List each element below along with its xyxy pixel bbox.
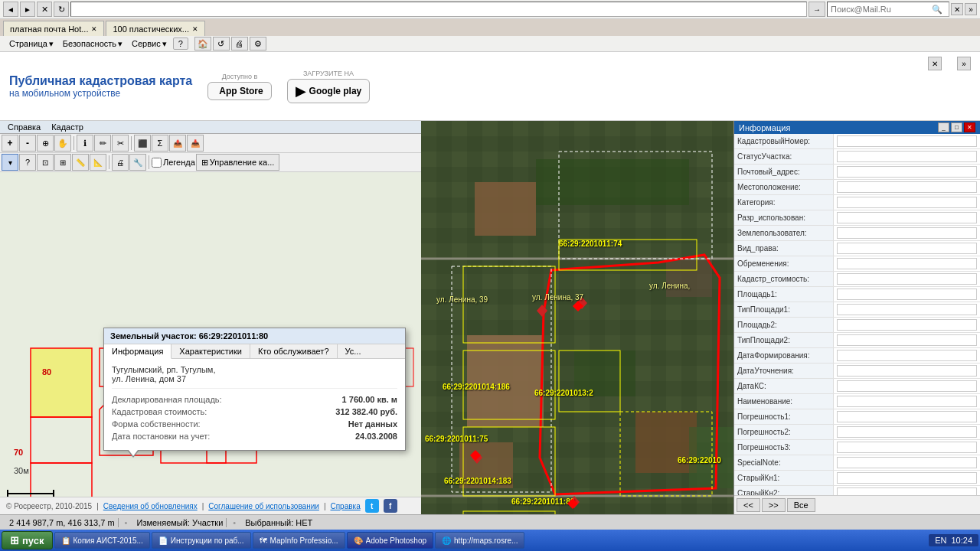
info-input-17[interactable]: [837, 396, 977, 407]
info-input-2[interactable]: ул Ленина, 37: [837, 166, 977, 178]
info-input-0[interactable]: 66:29:2201011:80: [837, 135, 977, 147]
info-input-1[interactable]: Ранее учтенный: [837, 151, 977, 162]
taskbar-item-2[interactable]: 📄 Инструкции по раб...: [152, 532, 251, 549]
manage-btn[interactable]: ⊞ Управление ка...: [196, 154, 280, 171]
close-toolbar-btn[interactable]: ✕: [951, 3, 963, 15]
header-expand-btn[interactable]: »: [957, 57, 971, 70]
tool-wrench[interactable]: 🔧: [129, 154, 146, 171]
nav-stop-btn[interactable]: ✕: [37, 2, 52, 17]
taskbar-item-1[interactable]: 📋 Копия АИСТ-2015...: [54, 532, 150, 549]
tb-settings[interactable]: ⚙: [250, 37, 266, 51]
info-input-21[interactable]: [837, 457, 977, 468]
google-play-btn[interactable]: ▶ Google play: [287, 79, 371, 103]
info-input-16[interactable]: [837, 380, 977, 392]
win-minimize[interactable]: _: [938, 122, 949, 132]
info-input-11[interactable]: [837, 304, 977, 315]
nav-back-btn[interactable]: ◄: [3, 2, 18, 17]
tool-r1[interactable]: ⊡: [37, 154, 54, 171]
tool-select[interactable]: ✏: [94, 135, 111, 152]
tool-r2[interactable]: ⊞: [54, 154, 71, 171]
info-input-12[interactable]: 0: [837, 319, 977, 331]
popup-tab-chars[interactable]: Характеристики: [172, 344, 250, 358]
nav-forward-btn[interactable]: ►: [20, 2, 35, 17]
tool-polygon[interactable]: ✂: [112, 135, 129, 152]
tool-print2[interactable]: 🖨: [112, 154, 129, 171]
info-input-7[interactable]: [837, 243, 977, 254]
win-maximize[interactable]: □: [951, 122, 962, 132]
info-input-19[interactable]: 0: [837, 426, 977, 438]
tb-refresh-2[interactable]: ↺: [213, 37, 230, 51]
tool-sum[interactable]: Σ: [152, 135, 168, 152]
info-input-4[interactable]: Земли населенных пунктов: [837, 197, 977, 208]
tb-print[interactable]: 🖨: [231, 37, 248, 51]
menu-help-icon[interactable]: ?: [173, 37, 188, 50]
menu-kadastr[interactable]: Кадастр: [47, 122, 88, 132]
address-input[interactable]: y=7772323.4186884158&mk: [70, 2, 807, 17]
menu-service[interactable]: Сервис ▾: [129, 38, 170, 50]
tool-zoom-out[interactable]: -: [19, 135, 36, 152]
info-input-15[interactable]: [837, 365, 977, 377]
info-input-9[interactable]: 509 185,6: [837, 273, 977, 285]
address-go-btn[interactable]: →: [808, 2, 825, 17]
link-help[interactable]: Справка: [330, 502, 360, 510]
tab-1-close[interactable]: ✕: [91, 25, 97, 33]
nav-all-btn[interactable]: Все: [787, 498, 815, 512]
tool-question[interactable]: ?: [19, 154, 36, 171]
nav-refresh-btn[interactable]: ↻: [54, 2, 69, 17]
popup-tab-extra[interactable]: Ус...: [338, 344, 369, 358]
taskbar-item-4[interactable]: 🎨 Adobe Photoshop: [347, 532, 434, 549]
info-input-3[interactable]: дом, рп Тугулым, ул Ленина, д 37, обл...: [837, 181, 977, 193]
tab-2-close[interactable]: ✕: [192, 25, 198, 33]
taskbar-item-3[interactable]: 🗺 MapInfo Professio...: [253, 532, 345, 549]
win-close[interactable]: ✕: [964, 122, 975, 132]
search-input[interactable]: [831, 5, 930, 14]
tb-home[interactable]: 🏠: [194, 37, 211, 51]
info-input-18[interactable]: 0: [837, 411, 977, 422]
tool-import[interactable]: 📥: [187, 135, 204, 152]
tool-zoom-box[interactable]: ⊕: [37, 135, 54, 152]
tab-1[interactable]: платная почта Hot... ✕: [3, 21, 104, 36]
tool-ruler[interactable]: 📏: [72, 154, 89, 171]
tool-export[interactable]: 📤: [169, 135, 186, 152]
info-key-12: Площадь2:: [734, 318, 834, 332]
menu-security[interactable]: Безопасность ▾: [60, 38, 126, 50]
menu-page[interactable]: Страница ▾: [6, 38, 57, 50]
popup-tab-info[interactable]: Информация: [104, 344, 172, 359]
popup-box[interactable]: Земельный участок: 66:29:2201011:80 Инфо…: [103, 328, 406, 451]
info-input-10[interactable]: 1 760: [837, 289, 977, 300]
facebook-icon[interactable]: f: [384, 499, 397, 513]
info-input-22[interactable]: [837, 472, 977, 484]
info-input-23[interactable]: [837, 487, 977, 495]
satellite-map[interactable]: 66:29:2201011:74 ул. Ленина, 37 ул. Лени…: [421, 121, 733, 514]
tool-table[interactable]: ⬛: [134, 135, 151, 152]
start-button[interactable]: ⊞ пуск: [2, 531, 53, 549]
info-input-6[interactable]: [837, 227, 977, 239]
info-input-5[interactable]: Для индивидуального жилищного стро...: [837, 212, 977, 223]
header-close-btn[interactable]: ✕: [928, 57, 942, 70]
search-icon[interactable]: 🔍: [932, 5, 942, 15]
info-input-13[interactable]: [837, 334, 977, 346]
info-key-1: СтатусУчастка:: [734, 149, 834, 164]
info-input-20[interactable]: 0: [837, 442, 977, 453]
tab-2[interactable]: 100 пластических... ✕: [106, 21, 205, 36]
link-agreement[interactable]: Соглашение об использовании: [208, 502, 319, 510]
expand-toolbar-btn[interactable]: »: [965, 3, 977, 15]
link-updates[interactable]: Сведения об обновлениях: [103, 502, 198, 510]
twitter-icon[interactable]: t: [365, 499, 379, 513]
tool-info[interactable]: ℹ: [77, 135, 93, 152]
legend-checkbox-label[interactable]: Легенда: [152, 158, 195, 168]
cad-map-area[interactable]: 80 70 14 15 21 105 105 8 114 113 114 309…: [0, 172, 421, 497]
tool-select-mode[interactable]: ▾: [2, 154, 18, 171]
info-input-8[interactable]: [837, 258, 977, 269]
info-input-14[interactable]: 24.10.2000: [837, 350, 977, 361]
legend-checkbox[interactable]: [152, 158, 162, 168]
tool-area[interactable]: 📐: [90, 154, 106, 171]
app-store-btn[interactable]: App Store: [207, 82, 271, 100]
tool-zoom-in[interactable]: +: [2, 135, 18, 152]
nav-next-btn[interactable]: >>: [762, 498, 786, 512]
nav-first-btn[interactable]: <<: [737, 498, 760, 512]
taskbar-item-5[interactable]: 🌐 http://maps.rosre...: [435, 532, 524, 549]
popup-tab-who[interactable]: Кто обслуживает?: [250, 344, 338, 358]
menu-spravka[interactable]: Справка: [3, 122, 45, 132]
tool-pan[interactable]: ✋: [54, 135, 71, 152]
